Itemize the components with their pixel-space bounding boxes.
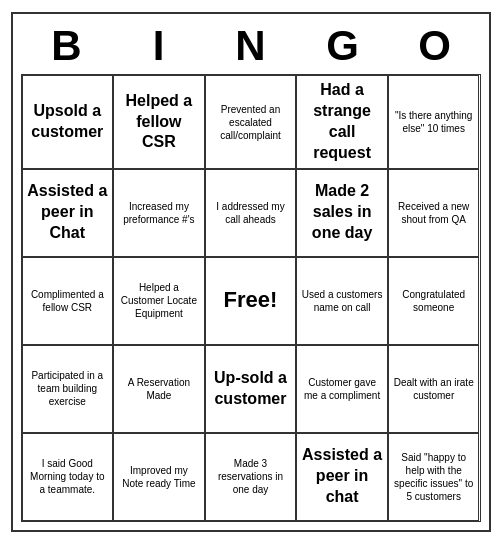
bingo-cell-16: A Reservation Made xyxy=(113,345,205,433)
bingo-cell-6: Increased my preformance #'s xyxy=(113,169,205,257)
cell-text-8: Made 2 sales in one day xyxy=(301,181,383,243)
cell-text-19: Dealt with an irate customer xyxy=(393,376,475,402)
bingo-cell-9: Received a new shout from QA xyxy=(388,169,480,257)
bingo-cell-24: Said "happy to help with the specific is… xyxy=(388,433,480,521)
cell-text-23: Assisted a peer in chat xyxy=(301,445,383,507)
cell-text-24: Said "happy to help with the specific is… xyxy=(393,451,475,503)
cell-text-12: Free! xyxy=(224,286,278,315)
bingo-cell-11: Helped a Customer Locate Equipment xyxy=(113,257,205,345)
bingo-cell-4: "Is there anything else" 10 times xyxy=(388,75,480,168)
bingo-cell-0: Upsold a customer xyxy=(22,75,114,168)
cell-text-13: Used a customers name on call xyxy=(301,288,383,314)
cell-text-6: Increased my preformance #'s xyxy=(118,200,200,226)
cell-text-7: I addressed my call aheads xyxy=(210,200,292,226)
cell-text-3: Had a strange call request xyxy=(301,80,383,163)
bingo-cell-18: Customer gave me a compliment xyxy=(296,345,388,433)
cell-text-14: Congratulated someone xyxy=(393,288,475,314)
cell-text-0: Upsold a customer xyxy=(27,101,109,143)
cell-text-1: Helped a fellow CSR xyxy=(118,91,200,153)
cell-text-18: Customer gave me a compliment xyxy=(301,376,383,402)
bingo-cell-23: Assisted a peer in chat xyxy=(296,433,388,521)
cell-text-20: I said Good Morning today to a teammate. xyxy=(27,457,109,496)
bingo-cell-15: Participated in a team building exercise xyxy=(22,345,114,433)
bingo-letter-n: N xyxy=(207,22,295,70)
bingo-cell-19: Dealt with an irate customer xyxy=(388,345,480,433)
cell-text-11: Helped a Customer Locate Equipment xyxy=(118,281,200,320)
bingo-cell-7: I addressed my call aheads xyxy=(205,169,297,257)
cell-text-16: A Reservation Made xyxy=(118,376,200,402)
bingo-cell-8: Made 2 sales in one day xyxy=(296,169,388,257)
bingo-cell-3: Had a strange call request xyxy=(296,75,388,168)
bingo-cell-13: Used a customers name on call xyxy=(296,257,388,345)
cell-text-17: Up-sold a customer xyxy=(210,368,292,410)
cell-text-5: Assisted a peer in Chat xyxy=(27,181,109,243)
bingo-cell-20: I said Good Morning today to a teammate. xyxy=(22,433,114,521)
bingo-letter-b: B xyxy=(23,22,111,70)
bingo-cell-21: Improved my Note ready Time xyxy=(113,433,205,521)
bingo-cell-12: Free! xyxy=(205,257,297,345)
bingo-letter-o: O xyxy=(391,22,479,70)
bingo-header: BINGO xyxy=(21,22,481,70)
bingo-cell-10: Complimented a fellow CSR xyxy=(22,257,114,345)
cell-text-10: Complimented a fellow CSR xyxy=(27,288,109,314)
bingo-cell-17: Up-sold a customer xyxy=(205,345,297,433)
bingo-cell-14: Congratulated someone xyxy=(388,257,480,345)
cell-text-15: Participated in a team building exercise xyxy=(27,369,109,408)
bingo-cell-5: Assisted a peer in Chat xyxy=(22,169,114,257)
bingo-letter-i: I xyxy=(115,22,203,70)
cell-text-21: Improved my Note ready Time xyxy=(118,464,200,490)
bingo-cell-22: Made 3 reservations in one day xyxy=(205,433,297,521)
bingo-cell-1: Helped a fellow CSR xyxy=(113,75,205,168)
bingo-grid: Upsold a customerHelped a fellow CSRPrev… xyxy=(21,74,481,521)
cell-text-22: Made 3 reservations in one day xyxy=(210,457,292,496)
cell-text-2: Prevented an escalated call/complaint xyxy=(210,103,292,142)
bingo-card: BINGO Upsold a customerHelped a fellow C… xyxy=(11,12,491,531)
bingo-letter-g: G xyxy=(299,22,387,70)
cell-text-9: Received a new shout from QA xyxy=(393,200,475,226)
cell-text-4: "Is there anything else" 10 times xyxy=(393,109,475,135)
bingo-cell-2: Prevented an escalated call/complaint xyxy=(205,75,297,168)
